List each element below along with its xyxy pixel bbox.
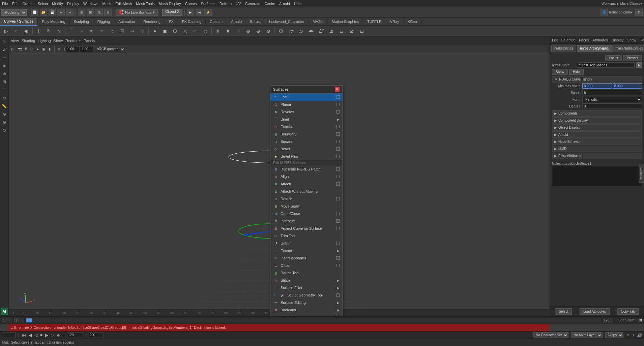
rp-tab-show[interactable]: Show — [627, 38, 636, 42]
tool21[interactable]: ⊟ — [337, 26, 346, 36]
curve-tool8[interactable]: ⊹ — [138, 26, 147, 36]
surface-cyl-btn[interactable]: ⬡ — [170, 26, 180, 36]
degree-input[interactable] — [582, 103, 642, 109]
save-btn[interactable]: 💾 — [49, 9, 56, 16]
vp-menu-view[interactable]: View — [11, 39, 19, 43]
menu-item-boundary[interactable]: ⊟ Boundary — [270, 130, 342, 138]
curve-tool4[interactable]: ≋ — [97, 26, 107, 36]
vp-texture-btn[interactable]: ▣ — [41, 46, 47, 52]
component-btn[interactable]: ◈ — [1, 62, 8, 69]
menu-mesh-tools[interactable]: Mesh Tools — [136, 2, 154, 6]
menu-mesh[interactable]: Mesh — [102, 2, 111, 6]
object-display-section[interactable]: ▶ Object Display — [552, 124, 642, 131]
menu-item-sculpt-geo[interactable]: ✓ 🖌 Sculpt Geometry Tool — [270, 291, 342, 299]
tab-mash[interactable]: MASH — [309, 18, 328, 26]
dup-nurbs-option-box[interactable] — [336, 167, 340, 171]
vp-select-btn[interactable]: ▷ — [10, 46, 16, 52]
hide-button[interactable]: Hide — [569, 69, 584, 75]
vp-value2-input[interactable] — [80, 46, 93, 52]
menu-deform[interactable]: Deform — [219, 2, 232, 6]
vp-value1-input[interactable] — [66, 46, 79, 52]
menu-item-trim[interactable]: ✂ Trim Tool — [270, 232, 342, 240]
goto-start-btn[interactable]: ⏮ — [22, 333, 26, 338]
tab-curves-surfaces[interactable]: Curves / Surfaces — [0, 18, 38, 26]
tab-vray[interactable]: VRay — [386, 18, 404, 26]
attach-option-box[interactable] — [336, 182, 340, 186]
tab-fx-caching[interactable]: FX Caching — [178, 18, 206, 26]
undo-btn[interactable]: ↩ — [57, 9, 65, 16]
tool18[interactable]: ⌯ — [306, 26, 316, 36]
mode-dropdown[interactable]: Modeling — [1, 9, 27, 16]
vp-gamma-select[interactable]: sRGB gamma — [94, 46, 125, 52]
menu-item-stitch[interactable]: ∿ Stitch ▶ — [270, 277, 342, 284]
tool13[interactable]: ⊛ — [254, 26, 263, 36]
sculpt-option-box[interactable] — [336, 293, 340, 297]
menu-windows[interactable]: Windows — [83, 2, 98, 6]
presets-button[interactable]: Presets — [623, 55, 642, 61]
curve-tool7[interactable]: ⊸ — [127, 26, 137, 36]
play-fwd-btn[interactable]: ▶ — [45, 333, 48, 338]
menu-item-align[interactable]: ⊜ Align — [270, 173, 342, 180]
menu-item-extrude[interactable]: ⊞ Extrude — [270, 123, 342, 130]
side-btn12[interactable]: ⊚ — [1, 127, 8, 134]
nurbs-curve-input[interactable] — [577, 62, 635, 68]
menu-item-square[interactable]: □ Square — [270, 138, 342, 145]
goto-end-btn[interactable]: ⏭ — [57, 333, 61, 338]
loft-option-box[interactable] — [336, 95, 340, 99]
menu-item-open-close[interactable]: ⊛ Open/Close — [270, 210, 342, 217]
vp-xray-btn[interactable]: ⊕ — [56, 46, 61, 52]
vp-menu-panels[interactable]: Panels — [84, 39, 95, 43]
open-close-option-box[interactable] — [336, 212, 340, 215]
live-surface-btn[interactable]: 🧲 No Live Surface ▾ — [116, 9, 158, 16]
tab-custom[interactable]: Custom — [206, 18, 227, 26]
snap-grid-btn[interactable]: ⊞ — [1, 78, 8, 86]
frame-start-input[interactable] — [2, 318, 12, 323]
curve-tool5[interactable]: ⌇ — [107, 26, 117, 36]
tool22[interactable]: ⊠ — [347, 26, 356, 36]
rotate-tool-btn[interactable]: ↻ — [44, 26, 54, 36]
vp-smooth-btn[interactable]: ● — [35, 46, 40, 52]
tab-bifrost[interactable]: Bifrost — [246, 18, 265, 26]
spans-input[interactable] — [582, 90, 642, 95]
current-frame-input[interactable] — [2, 333, 16, 338]
attr-tab-nurbs-circle1[interactable]: nurbsCircle1 — [551, 45, 576, 52]
menu-create[interactable]: Create — [23, 2, 34, 6]
playback-end2-input[interactable] — [89, 333, 104, 338]
curve-tool3[interactable]: ∿ — [87, 26, 96, 36]
menu-modify[interactable]: Modify — [52, 2, 63, 6]
frame-end-input[interactable] — [603, 318, 613, 323]
surface-torus-btn[interactable]: ◎ — [201, 26, 210, 36]
tool12[interactable]: ⊚ — [243, 26, 253, 36]
settings-btn[interactable]: ⚙ — [635, 9, 643, 16]
menu-item-planar[interactable]: ⊡ Planar — [270, 101, 342, 108]
load-attributes-button[interactable]: Load Attributes — [580, 308, 610, 315]
node-behavior-section[interactable]: ▶ Node Behavior — [552, 138, 642, 145]
menu-generate[interactable]: Generate — [245, 2, 260, 6]
bevel-option-box[interactable] — [336, 147, 340, 151]
ipr-btn[interactable]: ⚡ — [204, 9, 212, 16]
snap-btn4[interactable]: ⊕ — [104, 9, 112, 16]
tool15[interactable]: ⌬ — [276, 26, 286, 36]
select-button[interactable]: Select — [555, 308, 572, 315]
copy-tab-button[interactable]: Copy Tab — [617, 308, 639, 315]
menu-item-surface-editing[interactable]: ✏ Surface Editing ▶ — [270, 299, 342, 306]
select-tool-btn[interactable]: ▷ — [1, 26, 11, 36]
menu-item-booleans[interactable]: ⊕ Booleans ▶ — [270, 306, 342, 314]
char-set-dropdown[interactable]: No Character Set — [533, 332, 568, 338]
tool20[interactable]: ⊞ — [327, 26, 336, 36]
menu-item-untrim[interactable]: ↺ Untrim — [270, 240, 342, 247]
attr-tab-make-nurbs-circle1[interactable]: makeNurbsCircle1 — [612, 45, 644, 52]
next-frame-btn[interactable]: ▷ — [51, 333, 54, 338]
menu-item-attach-no-move[interactable]: ⊘ Attach Without Moving — [270, 188, 342, 195]
focus-button[interactable]: Focus — [605, 55, 622, 61]
menu-curves[interactable]: Curves — [185, 2, 197, 6]
align-option-box[interactable] — [336, 175, 340, 178]
stop-btn[interactable]: ■ — [40, 333, 42, 338]
workspace-selector[interactable]: Workspace: Maya Classic▾ — [602, 2, 642, 5]
tab-animation[interactable]: Animation — [114, 18, 139, 26]
form-select[interactable]: Periodic Open Closed — [582, 97, 642, 102]
insert-iso-option-box[interactable] — [336, 256, 340, 260]
extra-attributes-section[interactable]: ▶ Extra Attributes — [552, 153, 642, 159]
menu-arnold[interactable]: Arnold — [279, 2, 290, 6]
menu-item-bevel-plus[interactable]: ◈ Bevel Plus — [270, 153, 342, 160]
